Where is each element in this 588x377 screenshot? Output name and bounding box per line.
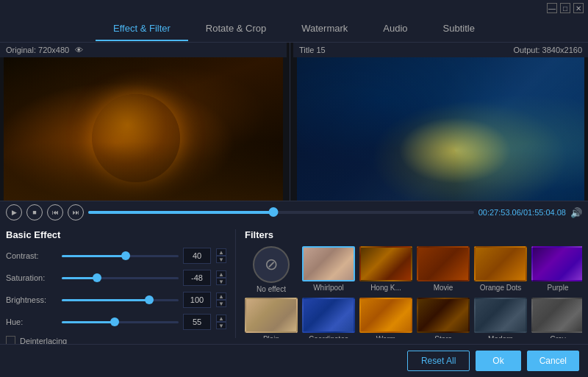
hue-label: Hue: [6,317,57,326]
movie-thumb [417,246,470,281]
seek-thumb [268,207,278,217]
hue-spinner[interactable]: ▲ ▼ [216,315,226,329]
ok-button[interactable]: Ok [476,351,520,371]
deinterlace-label: Deinterlacing [20,337,67,345]
hue-up[interactable]: ▲ [216,315,226,322]
saturation-spinner[interactable]: ▲ ▼ [216,270,226,285]
preview-right: Title 15 Output: 3840x2160 [293,43,588,201]
saturation-up[interactable]: ▲ [216,270,226,278]
eye-icon[interactable]: 👁 [75,46,83,54]
no-effect-label: No effect [257,285,286,293]
stop-button[interactable]: ■ [26,204,43,220]
deinterlace-checkbox[interactable] [6,336,15,344]
hue-fill [62,321,115,323]
output-label: Output: 3840x2160 [513,46,582,54]
deinterlace-row: Deinterlacing [6,336,226,344]
left-video-thumb [4,57,283,201]
brightness-fill [62,299,149,301]
title-label: Title 15 [299,46,326,54]
brightness-value: 100 [183,292,211,308]
filter-stars[interactable]: Stars [417,298,470,338]
reset-all-button[interactable]: Reset All [407,351,470,371]
preview-divider [290,43,290,201]
next-button[interactable]: ⏭ [68,204,84,220]
cancel-button[interactable]: Cancel [527,351,579,371]
filter-hongkong[interactable]: Hong K... [359,246,412,293]
contrast-value: 40 [183,248,211,264]
time-total: 01:55:04.08 [523,208,566,217]
hongkong-thumb [359,246,412,281]
saturation-fill [62,277,97,279]
filter-no-effect[interactable]: ⊘ No effect [245,246,298,293]
stars-thumb [417,298,470,333]
play-button[interactable]: ▶ [6,204,22,220]
brightness-slider[interactable] [62,299,179,301]
maximize-button[interactable]: □ [560,3,570,13]
minimize-button[interactable]: — [547,3,557,13]
main-content: Original: 720x480 👁 Title 15 Output: 384… [0,43,588,377]
gray-thumb [531,298,582,333]
plain-thumb [245,298,298,333]
title-bar: — □ ✕ [0,0,588,16]
brightness-label: Brightness: [6,295,57,304]
brightness-row: Brightness: 100 ▲ ▼ [6,292,226,308]
preview-header-right: Title 15 Output: 3840x2160 [293,43,588,57]
contrast-thumb [121,251,130,260]
warm-thumb [359,298,412,333]
contrast-fill [62,255,126,257]
filters-grid: ⊘ No effect Whirlpool Hong K... [245,246,582,338]
contrast-slider[interactable] [62,255,179,257]
modern-thumb [474,298,527,333]
swirl-overlay [297,57,584,201]
brightness-thumb [145,295,154,304]
whirlpool-thumb [302,246,355,281]
brightness-down[interactable]: ▼ [216,300,226,307]
tab-rotate-crop[interactable]: Rotate & Crop [188,17,284,41]
hue-slider[interactable] [62,321,179,323]
seek-bar[interactable] [88,211,474,214]
contrast-up[interactable]: ▲ [216,248,226,256]
saturation-label: Saturation: [6,273,57,282]
tab-bar: Effect & Filter Rotate & Crop Watermark … [0,16,588,43]
purple-thumb [531,246,582,281]
tab-subtitle[interactable]: Subtitle [426,17,492,41]
bottom-panel: Basic Effect Contrast: 40 ▲ ▼ Saturation… [0,223,588,344]
right-video-thumb [297,57,584,201]
filter-warm[interactable]: Warm [359,298,412,338]
filters-panel: Filters ⊘ No effect Whirlpool Ho [245,229,582,338]
contrast-row: Contrast: 40 ▲ ▼ [6,248,226,264]
saturation-down[interactable]: ▼ [216,278,226,285]
contrast-spinner[interactable]: ▲ ▼ [216,248,226,263]
modern-label: Modern [488,335,513,338]
filter-coordinates[interactable]: Coordinates [302,298,355,338]
hue-row: Hue: 55 ▲ ▼ [6,314,226,330]
filter-purple[interactable]: Purple [531,246,582,293]
filter-modern[interactable]: Modern [474,298,527,338]
filter-whirlpool[interactable]: Whirlpool [302,246,355,293]
filter-plain[interactable]: Plain [245,298,298,338]
brightness-up[interactable]: ▲ [216,292,226,300]
volume-icon[interactable]: 🔊 [570,207,582,218]
hue-down[interactable]: ▼ [216,322,226,329]
contrast-down[interactable]: ▼ [216,256,226,263]
filter-movie[interactable]: Movie [417,246,470,293]
gears-overlay [4,142,283,201]
preview-left: Original: 720x480 👁 [0,43,287,201]
bottom-action-bar: Reset All Ok Cancel [0,344,588,377]
prev-button[interactable]: ⏮ [47,204,63,220]
effect-title: Basic Effect [6,229,226,240]
tab-audio[interactable]: Audio [365,17,425,41]
saturation-row: Saturation: -48 ▲ ▼ [6,270,226,286]
effect-panel: Basic Effect Contrast: 40 ▲ ▼ Saturation… [6,229,226,338]
brightness-spinner[interactable]: ▲ ▼ [216,292,226,307]
contrast-label: Contrast: [6,251,57,260]
coordinates-label: Coordinates [309,335,348,338]
tab-watermark[interactable]: Watermark [284,17,365,41]
filter-orangedots[interactable]: Orange Dots [474,246,527,293]
saturation-value: -48 [183,270,211,286]
tab-effect-filter[interactable]: Effect & Filter [96,17,188,41]
saturation-slider[interactable] [62,277,179,279]
filter-gray[interactable]: Gray [531,298,582,338]
close-button[interactable]: ✕ [573,3,584,13]
orangedots-label: Orange Dots [480,284,522,292]
